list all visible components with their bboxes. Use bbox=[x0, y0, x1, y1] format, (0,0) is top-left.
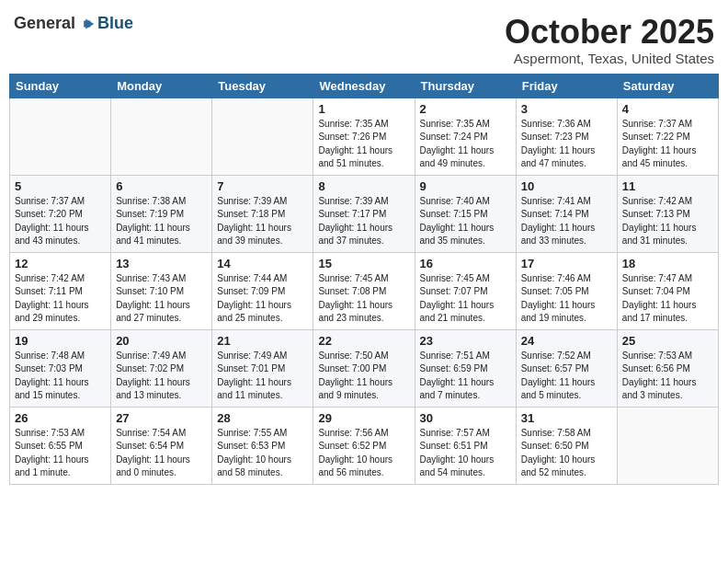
day-info: Sunrise: 7:39 AM Sunset: 7:17 PM Dayligh… bbox=[318, 195, 409, 248]
calendar-cell: 1Sunrise: 7:35 AM Sunset: 7:26 PM Daylig… bbox=[313, 98, 415, 175]
day-number: 12 bbox=[15, 257, 106, 270]
day-number: 21 bbox=[217, 334, 308, 348]
day-number: 11 bbox=[622, 179, 713, 193]
calendar-header-monday: Monday bbox=[111, 74, 212, 98]
day-info: Sunrise: 7:35 AM Sunset: 7:24 PM Dayligh… bbox=[420, 118, 511, 171]
calendar-cell: 10Sunrise: 7:41 AM Sunset: 7:14 PM Dayli… bbox=[516, 175, 617, 252]
day-info: Sunrise: 7:35 AM Sunset: 7:26 PM Dayligh… bbox=[318, 118, 409, 171]
calendar-week-row: 19Sunrise: 7:48 AM Sunset: 7:03 PM Dayli… bbox=[10, 329, 719, 407]
calendar-cell bbox=[111, 98, 212, 175]
day-number: 29 bbox=[318, 411, 409, 425]
day-number: 3 bbox=[521, 102, 612, 116]
calendar-cell: 8Sunrise: 7:39 AM Sunset: 7:17 PM Daylig… bbox=[313, 175, 415, 252]
calendar-cell: 2Sunrise: 7:35 AM Sunset: 7:24 PM Daylig… bbox=[415, 98, 516, 175]
calendar-cell: 28Sunrise: 7:55 AM Sunset: 6:53 PM Dayli… bbox=[212, 407, 313, 484]
calendar-week-row: 1Sunrise: 7:35 AM Sunset: 7:26 PM Daylig… bbox=[10, 98, 719, 175]
day-info: Sunrise: 7:56 AM Sunset: 6:52 PM Dayligh… bbox=[318, 427, 409, 480]
day-info: Sunrise: 7:40 AM Sunset: 7:15 PM Dayligh… bbox=[420, 195, 511, 248]
day-number: 19 bbox=[15, 334, 106, 348]
day-info: Sunrise: 7:48 AM Sunset: 7:03 PM Dayligh… bbox=[15, 350, 106, 403]
calendar-cell: 29Sunrise: 7:56 AM Sunset: 6:52 PM Dayli… bbox=[313, 407, 415, 484]
day-number: 16 bbox=[420, 257, 511, 270]
calendar-cell: 31Sunrise: 7:58 AM Sunset: 6:50 PM Dayli… bbox=[516, 407, 617, 484]
day-number: 13 bbox=[116, 257, 207, 270]
day-number: 26 bbox=[15, 411, 106, 425]
day-info: Sunrise: 7:39 AM Sunset: 7:18 PM Dayligh… bbox=[217, 195, 308, 248]
day-info: Sunrise: 7:36 AM Sunset: 7:23 PM Dayligh… bbox=[521, 118, 612, 171]
day-info: Sunrise: 7:49 AM Sunset: 7:02 PM Dayligh… bbox=[116, 350, 207, 403]
day-number: 24 bbox=[521, 334, 612, 348]
calendar-cell: 7Sunrise: 7:39 AM Sunset: 7:18 PM Daylig… bbox=[212, 175, 313, 252]
calendar-cell: 12Sunrise: 7:42 AM Sunset: 7:11 PM Dayli… bbox=[10, 252, 111, 329]
calendar-cell: 3Sunrise: 7:36 AM Sunset: 7:23 PM Daylig… bbox=[516, 98, 617, 175]
calendar-cell: 14Sunrise: 7:44 AM Sunset: 7:09 PM Dayli… bbox=[212, 252, 313, 329]
day-number: 25 bbox=[622, 334, 713, 348]
day-number: 28 bbox=[217, 411, 308, 425]
day-info: Sunrise: 7:41 AM Sunset: 7:14 PM Dayligh… bbox=[521, 195, 612, 248]
calendar-cell: 26Sunrise: 7:53 AM Sunset: 6:55 PM Dayli… bbox=[10, 407, 111, 484]
day-info: Sunrise: 7:47 AM Sunset: 7:04 PM Dayligh… bbox=[622, 272, 713, 326]
day-number: 2 bbox=[420, 102, 511, 116]
day-info: Sunrise: 7:53 AM Sunset: 6:56 PM Dayligh… bbox=[622, 350, 713, 403]
day-number: 30 bbox=[420, 411, 511, 425]
day-number: 18 bbox=[622, 257, 713, 270]
logo: General Blue bbox=[14, 14, 133, 33]
day-number: 15 bbox=[318, 257, 409, 270]
calendar-cell: 9Sunrise: 7:40 AM Sunset: 7:15 PM Daylig… bbox=[415, 175, 516, 252]
day-info: Sunrise: 7:45 AM Sunset: 7:08 PM Dayligh… bbox=[318, 272, 409, 326]
day-number: 20 bbox=[116, 334, 207, 348]
calendar-cell: 13Sunrise: 7:43 AM Sunset: 7:10 PM Dayli… bbox=[111, 252, 212, 329]
calendar-cell: 11Sunrise: 7:42 AM Sunset: 7:13 PM Dayli… bbox=[617, 175, 718, 252]
day-info: Sunrise: 7:42 AM Sunset: 7:11 PM Dayligh… bbox=[15, 272, 106, 326]
calendar-header-sunday: Sunday bbox=[10, 74, 111, 98]
day-info: Sunrise: 7:37 AM Sunset: 7:22 PM Dayligh… bbox=[622, 118, 713, 171]
day-info: Sunrise: 7:43 AM Sunset: 7:10 PM Dayligh… bbox=[116, 272, 207, 326]
day-number: 7 bbox=[217, 179, 308, 193]
day-info: Sunrise: 7:38 AM Sunset: 7:19 PM Dayligh… bbox=[116, 195, 207, 248]
day-number: 4 bbox=[622, 102, 713, 116]
calendar-cell: 6Sunrise: 7:38 AM Sunset: 7:19 PM Daylig… bbox=[111, 175, 212, 252]
day-number: 1 bbox=[318, 102, 409, 116]
day-info: Sunrise: 7:44 AM Sunset: 7:09 PM Dayligh… bbox=[217, 272, 308, 326]
calendar-cell: 21Sunrise: 7:49 AM Sunset: 7:01 PM Dayli… bbox=[212, 329, 313, 407]
calendar-header-thursday: Thursday bbox=[415, 74, 516, 98]
logo-blue-text: Blue bbox=[97, 14, 133, 33]
day-number: 8 bbox=[318, 179, 409, 193]
page-header: General Blue October 2025 Aspermont, Tex… bbox=[9, 9, 719, 66]
logo-icon bbox=[79, 16, 96, 32]
calendar-cell: 15Sunrise: 7:45 AM Sunset: 7:08 PM Dayli… bbox=[313, 252, 415, 329]
day-info: Sunrise: 7:45 AM Sunset: 7:07 PM Dayligh… bbox=[420, 272, 511, 326]
calendar-cell: 19Sunrise: 7:48 AM Sunset: 7:03 PM Dayli… bbox=[10, 329, 111, 407]
calendar-cell: 22Sunrise: 7:50 AM Sunset: 7:00 PM Dayli… bbox=[313, 329, 415, 407]
svg-marker-1 bbox=[85, 18, 94, 29]
logo-general-text: General bbox=[14, 14, 75, 33]
day-info: Sunrise: 7:49 AM Sunset: 7:01 PM Dayligh… bbox=[217, 350, 308, 403]
day-info: Sunrise: 7:42 AM Sunset: 7:13 PM Dayligh… bbox=[622, 195, 713, 248]
day-info: Sunrise: 7:54 AM Sunset: 6:54 PM Dayligh… bbox=[116, 427, 207, 480]
day-number: 9 bbox=[420, 179, 511, 193]
day-info: Sunrise: 7:55 AM Sunset: 6:53 PM Dayligh… bbox=[217, 427, 308, 480]
day-info: Sunrise: 7:57 AM Sunset: 6:51 PM Dayligh… bbox=[420, 427, 511, 480]
calendar-header-wednesday: Wednesday bbox=[313, 74, 415, 98]
day-number: 23 bbox=[420, 334, 511, 348]
calendar-header-saturday: Saturday bbox=[617, 74, 718, 98]
calendar-week-row: 26Sunrise: 7:53 AM Sunset: 6:55 PM Dayli… bbox=[10, 407, 719, 484]
calendar-cell bbox=[617, 407, 718, 484]
calendar-header-tuesday: Tuesday bbox=[212, 74, 313, 98]
day-info: Sunrise: 7:50 AM Sunset: 7:00 PM Dayligh… bbox=[318, 350, 409, 403]
calendar-header-friday: Friday bbox=[516, 74, 617, 98]
calendar-header-row: SundayMondayTuesdayWednesdayThursdayFrid… bbox=[10, 74, 719, 98]
calendar-cell: 4Sunrise: 7:37 AM Sunset: 7:22 PM Daylig… bbox=[617, 98, 718, 175]
calendar-cell: 30Sunrise: 7:57 AM Sunset: 6:51 PM Dayli… bbox=[415, 407, 516, 484]
calendar-cell: 5Sunrise: 7:37 AM Sunset: 7:20 PM Daylig… bbox=[10, 175, 111, 252]
calendar-cell: 27Sunrise: 7:54 AM Sunset: 6:54 PM Dayli… bbox=[111, 407, 212, 484]
calendar-cell bbox=[212, 98, 313, 175]
calendar-week-row: 5Sunrise: 7:37 AM Sunset: 7:20 PM Daylig… bbox=[10, 175, 719, 252]
calendar-cell: 16Sunrise: 7:45 AM Sunset: 7:07 PM Dayli… bbox=[415, 252, 516, 329]
day-number: 17 bbox=[521, 257, 612, 270]
day-number: 31 bbox=[521, 411, 612, 425]
calendar-cell: 17Sunrise: 7:46 AM Sunset: 7:05 PM Dayli… bbox=[516, 252, 617, 329]
calendar-cell: 18Sunrise: 7:47 AM Sunset: 7:04 PM Dayli… bbox=[617, 252, 718, 329]
calendar-cell: 24Sunrise: 7:52 AM Sunset: 6:57 PM Dayli… bbox=[516, 329, 617, 407]
day-info: Sunrise: 7:53 AM Sunset: 6:55 PM Dayligh… bbox=[15, 427, 106, 480]
